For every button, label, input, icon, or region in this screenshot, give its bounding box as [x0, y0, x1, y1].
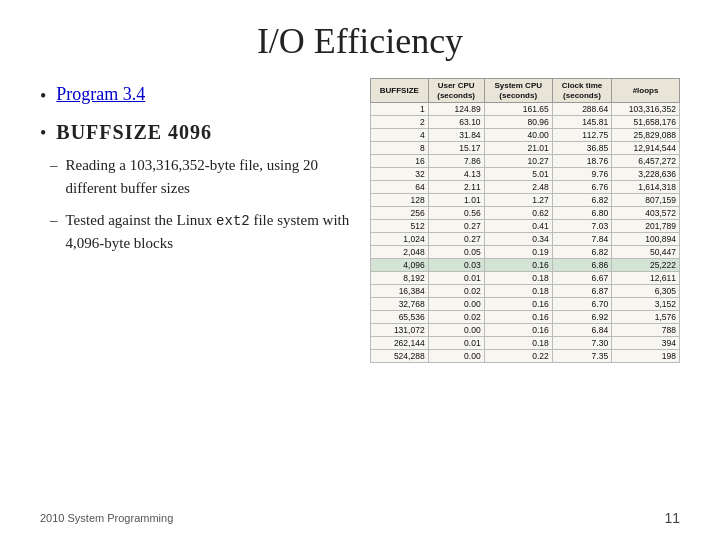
table-cell: 131,072	[371, 324, 429, 337]
table-cell: 32,768	[371, 298, 429, 311]
table-row: 167.8610.2718.766,457,272	[371, 155, 680, 168]
table-cell: 1.01	[428, 194, 484, 207]
table-row: 65,5360.020.166.921,576	[371, 311, 680, 324]
table-cell: 1,614,318	[612, 181, 680, 194]
table-cell: 0.16	[484, 259, 552, 272]
sub-bullets: – Reading a 103,316,352-byte file, using…	[50, 154, 350, 265]
table-cell: 524,288	[371, 350, 429, 363]
table-cell: 6.67	[552, 272, 611, 285]
table-cell: 0.02	[428, 285, 484, 298]
col-header-sys-cpu: System CPU(seconds)	[484, 79, 552, 103]
table-row: 8,1920.010.186.6712,611	[371, 272, 680, 285]
table-cell: 6.76	[552, 181, 611, 194]
table-row: 1124.89161.65288.64103,316,352	[371, 103, 680, 116]
table-cell: 12,611	[612, 272, 680, 285]
table-cell: 262,144	[371, 337, 429, 350]
col-header-clock: Clock time(seconds)	[552, 79, 611, 103]
table-cell: 128	[371, 194, 429, 207]
table-cell: 0.16	[484, 298, 552, 311]
table-cell: 10.27	[484, 155, 552, 168]
table-cell: 16,384	[371, 285, 429, 298]
table-cell: 403,572	[612, 207, 680, 220]
table-cell: 0.00	[428, 324, 484, 337]
table-cell: 16	[371, 155, 429, 168]
table-cell: 7.30	[552, 337, 611, 350]
table-cell: 0.02	[428, 311, 484, 324]
table-cell: 8	[371, 142, 429, 155]
table-cell: 6,457,272	[612, 155, 680, 168]
table-cell: 0.18	[484, 285, 552, 298]
table-cell: 64	[371, 181, 429, 194]
table-cell: 21.01	[484, 142, 552, 155]
table-cell: 788	[612, 324, 680, 337]
content-area: • Program 3.4 • BUFFSIZE 4096 – Reading …	[40, 84, 680, 363]
table-cell: 6.87	[552, 285, 611, 298]
table-cell: 6.70	[552, 298, 611, 311]
table-cell: 7.86	[428, 155, 484, 168]
table-row: 815.1721.0136.8512,914,544	[371, 142, 680, 155]
table-cell: 31.84	[428, 129, 484, 142]
table-row: 4,0960.030.166.8625,222	[371, 259, 680, 272]
table-cell: 100,894	[612, 233, 680, 246]
table-cell: 32	[371, 168, 429, 181]
table-cell: 3,152	[612, 298, 680, 311]
footer-left: 2010 System Programming	[40, 512, 173, 524]
table-cell: 51,658,176	[612, 116, 680, 129]
table-cell: 394	[612, 337, 680, 350]
sub-dash-1: –	[50, 154, 58, 177]
footer-page: 11	[664, 510, 680, 526]
table-cell: 4,096	[371, 259, 429, 272]
table-cell: 63.10	[428, 116, 484, 129]
table-row: 262,1440.010.187.30394	[371, 337, 680, 350]
table-row: 2560.560.626.80403,572	[371, 207, 680, 220]
table-cell: 512	[371, 220, 429, 233]
table-cell: 0.18	[484, 337, 552, 350]
table-cell: 6.82	[552, 194, 611, 207]
table-cell: 80.96	[484, 116, 552, 129]
table-cell: 3,228,636	[612, 168, 680, 181]
table-cell: 0.22	[484, 350, 552, 363]
efficiency-table: BUFFSIZE User CPU(seconds) System CPU(se…	[370, 78, 680, 363]
table-cell: 50,447	[612, 246, 680, 259]
footer: 2010 System Programming 11	[40, 510, 680, 526]
table-cell: 7.84	[552, 233, 611, 246]
table-cell: 6,305	[612, 285, 680, 298]
col-header-buffsize: BUFFSIZE	[371, 79, 429, 103]
bullet-dot-1: •	[40, 86, 46, 107]
table-cell: 0.62	[484, 207, 552, 220]
table-cell: 6.80	[552, 207, 611, 220]
table-cell: 65,536	[371, 311, 429, 324]
table-row: 431.8440.00112.7525,829,088	[371, 129, 680, 142]
table-cell: 18.76	[552, 155, 611, 168]
table-cell: 25,829,088	[612, 129, 680, 142]
sub-bullet-1-text: Reading a 103,316,352-byte file, using 2…	[66, 154, 351, 199]
table-cell: 0.00	[428, 350, 484, 363]
table-cell: 6.82	[552, 246, 611, 259]
table-cell: 0.16	[484, 324, 552, 337]
table-cell: 288.64	[552, 103, 611, 116]
col-header-user-cpu: User CPU(seconds)	[428, 79, 484, 103]
table-cell: 0.01	[428, 337, 484, 350]
slide-title: I/O Efficiency	[40, 20, 680, 62]
table-row: 1281.011.276.82807,159	[371, 194, 680, 207]
table-cell: 0.41	[484, 220, 552, 233]
table-cell: 36.85	[552, 142, 611, 155]
sub-bullet-1: – Reading a 103,316,352-byte file, using…	[50, 154, 350, 199]
table-cell: 1	[371, 103, 429, 116]
buffsize-label: BUFFSIZE 4096	[56, 121, 212, 144]
table-row: 1,0240.270.347.84100,894	[371, 233, 680, 246]
program-link[interactable]: Program 3.4	[56, 84, 145, 105]
sub-dash-2: –	[50, 209, 58, 232]
table-cell: 7.03	[552, 220, 611, 233]
col-header-loops: #loops	[612, 79, 680, 103]
table-cell: 15.17	[428, 142, 484, 155]
table-cell: 6.84	[552, 324, 611, 337]
table-cell: 807,159	[612, 194, 680, 207]
table-cell: 2	[371, 116, 429, 129]
table-cell: 0.34	[484, 233, 552, 246]
table-row: 131,0720.000.166.84788	[371, 324, 680, 337]
table-cell: 0.03	[428, 259, 484, 272]
table-row: 5120.270.417.03201,789	[371, 220, 680, 233]
table-cell: 201,789	[612, 220, 680, 233]
table-row: 16,3840.020.186.876,305	[371, 285, 680, 298]
